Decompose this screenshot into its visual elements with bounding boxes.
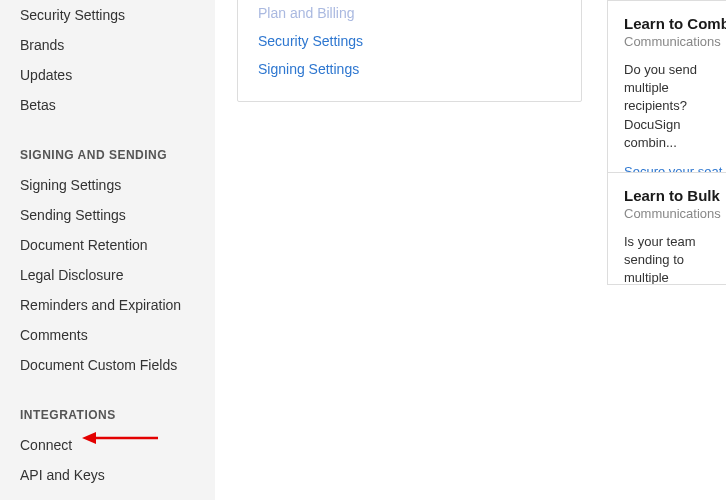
promo-card-2: Learn to Bulk Communications Is your tea… <box>607 172 726 285</box>
card-link-signing-settings[interactable]: Signing Settings <box>258 55 561 83</box>
card-link-security-settings[interactable]: Security Settings <box>258 27 561 55</box>
sidebar-item-updates[interactable]: Updates <box>20 60 215 90</box>
promo-title: Learn to Bulk <box>624 187 710 204</box>
sidebar-item-connect[interactable]: Connect <box>20 430 215 460</box>
promo-sub: Communications <box>624 206 710 221</box>
sidebar-item-document-retention[interactable]: Document Retention <box>20 230 215 260</box>
settings-card: Plan and Billing Security Settings Signi… <box>237 0 582 102</box>
main-content: Plan and Billing Security Settings Signi… <box>215 0 726 500</box>
sidebar-item-api-keys[interactable]: API and Keys <box>20 460 215 490</box>
sidebar-item-legal-disclosure[interactable]: Legal Disclosure <box>20 260 215 290</box>
promo-body: Do you send multiple recipients? DocuSig… <box>624 61 710 152</box>
promo-title: Learn to Comb <box>624 15 710 32</box>
section-header-signing-sending: SIGNING AND SENDING <box>20 120 215 170</box>
sidebar-item-brands[interactable]: Brands <box>20 30 215 60</box>
promo-sub: Communications <box>624 34 710 49</box>
sidebar-item-signing-settings[interactable]: Signing Settings <box>20 170 215 200</box>
sidebar-item-betas[interactable]: Betas <box>20 90 215 120</box>
card-link-plan-billing[interactable]: Plan and Billing <box>258 0 561 27</box>
section-header-integrations: INTEGRATIONS <box>20 380 215 430</box>
sidebar-item-comments[interactable]: Comments <box>20 320 215 350</box>
promo-card-1: Learn to Comb Communications Do you send… <box>607 0 726 194</box>
sidebar-item-document-custom-fields[interactable]: Document Custom Fields <box>20 350 215 380</box>
promo-body: Is your team sending to multiple contact… <box>624 233 710 285</box>
sidebar: Security Settings Brands Updates Betas S… <box>0 0 215 500</box>
sidebar-item-sending-settings[interactable]: Sending Settings <box>20 200 215 230</box>
sidebar-item-reminders-expiration[interactable]: Reminders and Expiration <box>20 290 215 320</box>
sidebar-item-security-settings[interactable]: Security Settings <box>20 0 215 30</box>
